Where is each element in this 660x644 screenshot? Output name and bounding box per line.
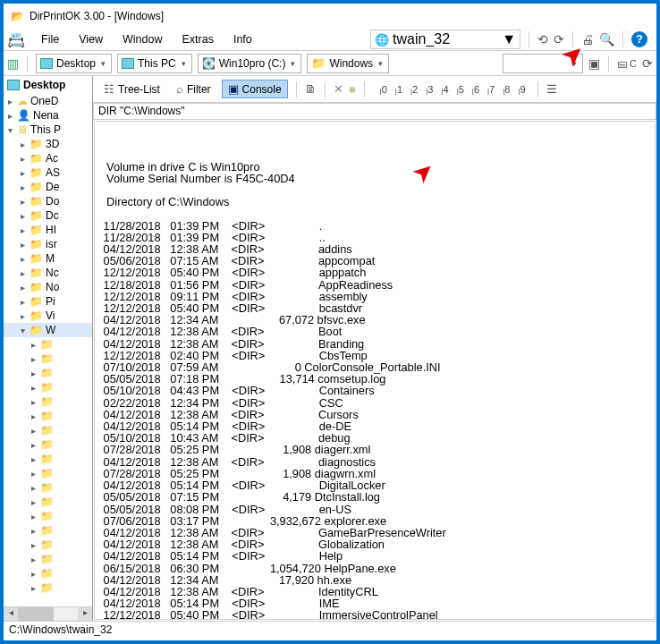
tree-item[interactable]: ▸📁isr: [4, 237, 92, 251]
tree-item[interactable]: ▸📁Vi: [4, 309, 92, 323]
folder-icon: 📁: [30, 209, 43, 222]
tree-subitem[interactable]: ▸📁: [4, 552, 92, 566]
print-toolbar-icon[interactable]: 🖨: [581, 32, 594, 47]
folder-icon: 📁: [30, 224, 43, 236]
undo-icon[interactable]: ⟲: [537, 32, 548, 47]
tree-subitem[interactable]: ▸📁: [4, 437, 92, 452]
tree-item[interactable]: ▸📁AS: [4, 165, 92, 180]
menu-right-area: 🌐 twain_32 ▼ ⟲ ⟳ 🖨 🔍 ?: [370, 30, 653, 49]
loc-thispc-label: This PC: [138, 57, 176, 70]
tree-item[interactable]: ▸📁3D: [4, 137, 92, 151]
folder-icon: 📁: [40, 467, 54, 479]
folder-icon: 📁: [30, 267, 43, 279]
loc-desktop[interactable]: Desktop▾: [36, 54, 112, 73]
layout-icon[interactable]: ▥: [7, 56, 19, 71]
marker-6[interactable]: |6: [469, 82, 483, 97]
marker-1[interactable]: |1: [392, 82, 406, 97]
tree-item[interactable]: ▸📁Do: [4, 194, 92, 208]
menu-info[interactable]: Info: [224, 31, 261, 47]
work-area: Desktop ▸☁OneD▸👤Nena▾🖥This P▸📁3D▸📁Ac▸📁AS…: [4, 76, 656, 621]
tree-item[interactable]: ▾🖥This P: [4, 123, 92, 137]
marker-4[interactable]: |4: [437, 82, 452, 97]
tree-subitem[interactable]: ▸📁: [4, 580, 92, 595]
folder-icon: 📁: [30, 238, 43, 250]
tree-item[interactable]: ▸📁De: [4, 180, 92, 194]
tree-subitem[interactable]: ▸📁: [4, 523, 92, 538]
folder-icon: 📁: [40, 496, 54, 508]
tree-item[interactable]: ▸👤Nena: [4, 108, 92, 123]
tree-subitem[interactable]: ▸📁: [4, 423, 92, 437]
folder-icon: 📁: [40, 395, 54, 408]
print-icon[interactable]: 📇: [7, 31, 25, 48]
tree-subitem[interactable]: ▸📁: [4, 495, 92, 509]
loc-drive[interactable]: 💽 Win10pro (C:)▾: [198, 54, 302, 73]
tree-subitem[interactable]: ▸📁: [4, 409, 92, 423]
doc-icon[interactable]: 🗎: [305, 82, 317, 96]
delete-icon[interactable]: ✕: [334, 82, 343, 96]
menu-extras[interactable]: Extras: [173, 31, 223, 47]
pc-icon: [122, 58, 134, 69]
folder-icon: 📁: [30, 324, 43, 336]
tree-item[interactable]: ▸📁M: [4, 251, 92, 266]
help-icon[interactable]: ?: [631, 31, 647, 47]
status-path: C:\Windows\twain_32: [9, 623, 112, 636]
console-button[interactable]: ▣Console: [222, 80, 288, 98]
refresh-icon[interactable]: ⟳: [642, 56, 653, 71]
tree-root[interactable]: Desktop: [4, 76, 92, 94]
organize-icon[interactable]: ⎈: [349, 82, 356, 96]
tree-item[interactable]: ▸📁Nc: [4, 266, 92, 280]
folder-icon: 👤: [17, 109, 30, 122]
marker-2[interactable]: |2: [407, 82, 421, 97]
search-icon[interactable]: 🔍: [599, 32, 614, 47]
tree-subitem[interactable]: ▸📁: [4, 538, 92, 552]
horiz-scrollbar[interactable]: ◂▸: [4, 606, 92, 621]
path-input[interactable]: DIR "C:\Windows": [93, 103, 656, 120]
menu-window[interactable]: Window: [114, 31, 171, 47]
folder-icon: 📁: [40, 338, 54, 351]
menu-view[interactable]: View: [70, 31, 112, 47]
tree-item[interactable]: ▸📁HI: [4, 223, 92, 237]
tree-item[interactable]: ▾📁W: [4, 323, 92, 337]
marker-5[interactable]: |5: [453, 82, 468, 97]
tree-subitem[interactable]: ▸📁: [4, 394, 92, 409]
tree-subitem[interactable]: ▸📁: [4, 452, 92, 466]
marker-0[interactable]: |0: [377, 82, 391, 97]
folder-icon: 📁: [40, 567, 54, 580]
tree-subitem[interactable]: ▸📁: [4, 509, 92, 523]
tree-subitem[interactable]: ▸📁: [4, 366, 92, 380]
tree-subitem[interactable]: ▸📁: [4, 480, 92, 495]
drive-icon: 💽: [202, 57, 216, 70]
tree-subitem[interactable]: ▸📁: [4, 466, 92, 480]
tree-item[interactable]: ▸📁Ac: [4, 151, 92, 165]
tree-item[interactable]: ▸📁No: [4, 280, 92, 294]
tree-subitem[interactable]: ▸📁: [4, 380, 92, 394]
marker-3[interactable]: |3: [422, 82, 436, 97]
treelist-button[interactable]: ☷Tree-List: [98, 80, 165, 97]
menu-file[interactable]: File: [32, 31, 68, 47]
folder-icon: 📁: [40, 410, 54, 422]
tree-subitem[interactable]: ▸📁: [4, 566, 92, 580]
marker-9[interactable]: |9: [514, 82, 529, 97]
folder-icon: 📁: [30, 295, 43, 308]
folder-tree[interactable]: Desktop ▸☁OneD▸👤Nena▾🖥This P▸📁3D▸📁Ac▸📁AS…: [4, 76, 93, 621]
console-output[interactable]: ➤ Volume in drive C is Win10pro Volume S…: [94, 121, 656, 620]
loc-folder[interactable]: 📁 Windows▾: [307, 54, 389, 73]
tree-item[interactable]: ▸📁Pi: [4, 294, 92, 309]
folder-icon: 📁: [311, 56, 326, 70]
loc-thispc[interactable]: This PC▾: [117, 54, 192, 73]
tree-item[interactable]: ▸📁Dc: [4, 208, 92, 223]
marker-8[interactable]: |8: [499, 82, 513, 97]
loc-desktop-label: Desktop: [56, 57, 96, 70]
twain-dropdown[interactable]: 🌐 twain_32 ▼: [370, 30, 520, 49]
slot-icon[interactable]: ☰: [546, 82, 557, 96]
folder-icon: 📁: [30, 181, 43, 193]
filter-button[interactable]: ⌕Filter: [171, 80, 216, 97]
folder-icon: 📁: [30, 195, 43, 208]
tree-item[interactable]: ▸☁OneD: [4, 94, 92, 108]
folder-icon: 📁: [30, 281, 43, 293]
desktop-icon: [7, 80, 20, 90]
marker-7[interactable]: |7: [484, 82, 498, 97]
tree-subitem[interactable]: ▸📁: [4, 337, 92, 352]
tree-subitem[interactable]: ▸📁: [4, 352, 92, 366]
drive-c-icon[interactable]: 🖴 C: [617, 58, 637, 69]
